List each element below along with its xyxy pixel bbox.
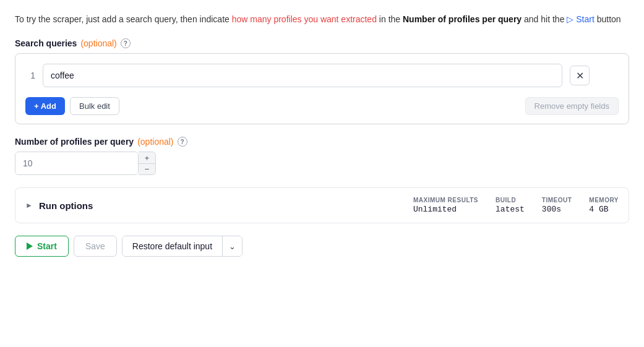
search-queries-label: Search queries (optional) ? — [15, 38, 629, 48]
restore-dropdown-button[interactable]: ⌄ — [222, 236, 242, 256]
remove-empty-fields-button[interactable]: Remove empty fields — [525, 97, 619, 115]
run-options-section[interactable]: ► Run options MAXIMUM RESULTS Unlimited … — [15, 187, 629, 223]
search-queries-box: 1 ✕ + Add Bulk edit Remove empty fields — [15, 53, 629, 124]
action-row: + Add Bulk edit Remove empty fields — [25, 97, 619, 115]
save-button[interactable]: Save — [74, 236, 117, 257]
run-meta-build: BUILD latest — [496, 197, 525, 214]
play-icon — [27, 242, 33, 250]
start-button[interactable]: Start — [15, 236, 69, 257]
add-button[interactable]: + Add — [25, 97, 65, 115]
run-meta: MAXIMUM RESULTS Unlimited BUILD latest T… — [413, 197, 619, 214]
run-meta-timeout: TIMEOUT 300s — [542, 197, 572, 214]
stepper-decrement-button[interactable]: − — [139, 164, 155, 175]
stepper-increment-button[interactable]: + — [139, 152, 155, 164]
profiles-input-row: profiles + − — [15, 152, 629, 175]
intro-highlight-blue: ▷ Start — [567, 14, 594, 24]
intro-highlight-red: how many profiles you want extracted — [232, 14, 377, 24]
run-meta-max-results: MAXIMUM RESULTS Unlimited — [413, 197, 478, 214]
intro-text: To try the scraper, just add a search qu… — [15, 12, 621, 26]
query-number: 1 — [25, 71, 35, 80]
restore-default-button[interactable]: Restore default input — [122, 236, 222, 256]
run-options-left: ► Run options — [25, 200, 93, 211]
chevron-down-icon: ⌄ — [229, 242, 236, 251]
run-meta-memory: MEMORY 4 GB — [589, 197, 619, 214]
profiles-label: Number of profiles per query (optional) … — [15, 137, 629, 147]
remove-query-button[interactable]: ✕ — [570, 66, 590, 85]
bottom-bar: Start Save Restore default input ⌄ — [15, 236, 629, 257]
profiles-section: Number of profiles per query (optional) … — [15, 137, 629, 175]
query-input[interactable] — [43, 64, 562, 87]
left-actions: + Add Bulk edit — [25, 97, 119, 115]
profiles-input-wrapper: profiles — [15, 152, 139, 175]
restore-btn-wrapper: Restore default input ⌄ — [122, 236, 243, 257]
profiles-number-input[interactable] — [15, 152, 139, 174]
run-options-chevron-icon: ► — [25, 201, 33, 210]
profiles-help-icon[interactable]: ? — [178, 137, 187, 147]
run-options-label: Run options — [39, 200, 93, 211]
query-row: 1 ✕ — [25, 64, 619, 87]
search-queries-help-icon[interactable]: ? — [121, 38, 131, 48]
intro-bold: Number of profiles per query — [403, 14, 522, 24]
bulk-edit-button[interactable]: Bulk edit — [70, 97, 119, 115]
profiles-stepper: + − — [139, 152, 156, 175]
